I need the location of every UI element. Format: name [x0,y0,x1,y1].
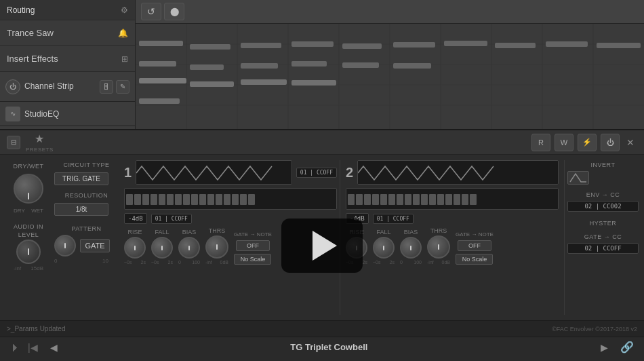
ch1-waveform-bottom [124,188,337,210]
ch2-bias-range: 0 100 [400,260,422,265]
channel-strip-fader-icon[interactable]: 🎚 [100,80,113,94]
hyster-section: HYSTER GATE → CC 02 | CCOFF [567,220,639,254]
ch2-fall-label: FALL [376,229,390,235]
w-button[interactable]: W [555,134,573,151]
dry-wet-knob[interactable] [14,174,43,204]
level-label: LEVEL [18,231,39,238]
svg-rect-17 [139,98,180,104]
ch1-fall-knob[interactable] [151,237,173,259]
ch2-bias-ind [410,246,411,250]
ch2-thrs-knob[interactable] [427,235,450,259]
level-range: -inf 15dB [14,265,43,271]
ch1-bias-col: BIAS 0 100 [178,229,200,265]
copyright: ©FAC Envolver ©2017-2018 v2 [552,326,637,332]
ch1-no-scale-btn[interactable]: No Scale [234,254,271,265]
dry-label: DRY [14,208,25,214]
invert-wave-btn[interactable] [567,171,589,185]
sidebar-item-routing[interactable]: Routing ⚙ [0,0,135,20]
ch2-gate-off-btn[interactable]: OFF [458,240,491,251]
svg-rect-27 [342,43,382,49]
svg-rect-24 [291,41,334,47]
svg-rect-49 [224,194,230,205]
ch1-bias-knob[interactable] [178,237,200,259]
sidebar-item-trance-saw[interactable]: Trance Saw 🔔 [0,20,135,46]
power-button[interactable]: ⏻ [601,134,620,151]
gate-cc-val: 02 | CCOFF [567,243,639,254]
level-max: 15dB [31,265,43,271]
params-updated: >_Params Updated [7,325,65,332]
pattern-knob[interactable] [54,235,76,256]
svg-rect-66 [437,194,444,205]
plugin-collapse-btn[interactable]: ⊟ [7,136,20,149]
sidebar-item-insert-effects[interactable]: Insert Effects ⊞ [0,46,135,72]
ch1-gate-note-col: GATE → NOTE OFF No Scale [234,231,272,265]
w-label: W [561,138,567,147]
ch1-fall-label: FALL [155,229,169,235]
svg-rect-39 [142,194,149,205]
ch2-bias-label: BIAS [404,229,418,235]
ch1-thrs-col: THRS -inf 0dB [205,227,228,265]
trig-gate-btn[interactable]: TRIG. GATE [54,172,108,185]
resolution-btn[interactable]: 1/8t [54,203,108,216]
svg-rect-32 [495,43,536,48]
channel-power-btn[interactable]: ⏻ [5,79,20,94]
knob-indicator [28,193,29,200]
sidebar-studio-eq[interactable]: ∿ StudioEQ [0,102,135,126]
ch1-gate-note-label: GATE → NOTE [234,231,272,238]
svg-rect-65 [429,194,436,205]
fall-indicator [161,246,163,250]
level-knob[interactable] [16,240,41,264]
fall-range: ~0s 2s [151,260,173,265]
rise-indicator [134,246,136,250]
ch1-waveform-top [136,160,292,185]
invert-btns [567,171,639,185]
svg-rect-23 [241,79,287,85]
svg-rect-30 [393,63,431,69]
ch2-thrs-col: THRS -inf 0dB [427,227,450,265]
dry-wet-label: DRY/WET [14,163,44,170]
svg-rect-67 [445,194,452,205]
bias-indicator [188,246,190,250]
close-button[interactable]: ✕ [624,136,637,149]
r-button[interactable]: R [531,134,550,151]
arrangement-area: ↺ ⬤ [136,0,644,129]
ch1-rise-knob[interactable] [124,237,146,259]
svg-rect-69 [462,194,468,205]
ch2-cc-val: 01 | CCOFF [373,214,414,224]
arr-btn-1[interactable]: ↺ [141,3,161,20]
presets-button[interactable]: ★ PRESETS [26,132,54,153]
bell-icon: 🔔 [118,28,128,38]
ch1-thrs-label: THRS [209,227,226,234]
arr-btn-2[interactable]: ⬤ [164,3,184,20]
nav-link-icon[interactable]: 🔗 [620,341,634,354]
dry-wet-labels: DRY WET [14,208,43,214]
nav-prev-btn[interactable]: ◀ [45,342,63,353]
svg-rect-70 [470,194,477,205]
resolution-label: RESOLUTION [54,192,119,199]
ch2-bias-col: BIAS 0 100 [400,229,422,265]
play-overlay[interactable] [281,218,363,273]
pattern-range: 0 10 [54,258,108,264]
gate-pattern-btn[interactable]: GATE [80,239,110,252]
ch2-bias-knob[interactable] [400,237,422,259]
svg-rect-42 [167,194,174,205]
ch1-db: -4dB [124,213,147,224]
channel-strip-edit-icon[interactable]: ✎ [116,80,129,94]
link-button[interactable]: ⚡ [578,134,597,151]
svg-rect-50 [232,194,239,205]
sidebar-channel-strip[interactable]: ⏻ Channel Strip 🎚 ✎ [0,72,135,102]
ch2-thrs-label: THRS [430,227,447,234]
svg-rect-29 [393,42,435,48]
invert-section: INVERT ENV → CC 02 | CC002 [567,162,639,212]
svg-rect-28 [342,62,379,68]
bias-range: 0 100 [178,260,200,265]
routing-icon: ⚙ [121,5,128,15]
ch2-no-scale-btn[interactable]: No Scale [456,254,493,265]
ch2-fall-knob[interactable] [373,237,395,259]
nav-next-btn[interactable]: ▶ [595,342,613,353]
ch1-thrs-knob[interactable] [205,235,228,259]
thrs-indicator [216,244,218,250]
pattern-label: PATTERN [54,225,119,232]
ch2-waveform-top [357,160,559,185]
ch1-gate-off-btn[interactable]: OFF [236,240,270,251]
